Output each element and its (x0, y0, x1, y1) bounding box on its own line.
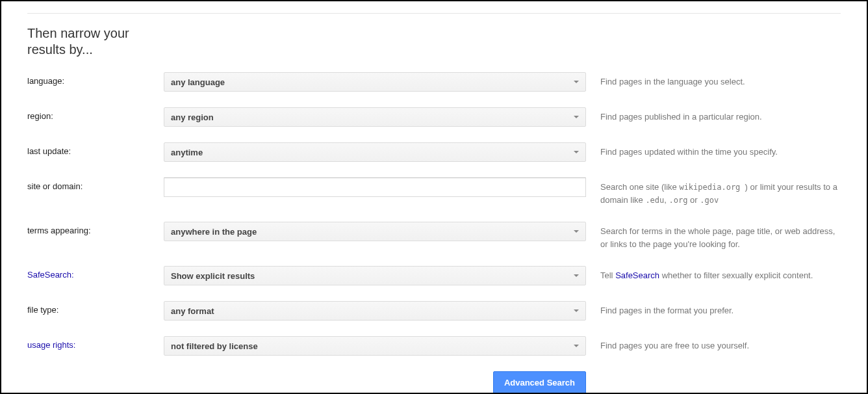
label-language: language: (27, 72, 164, 86)
desc-site-text: , (664, 195, 669, 205)
chevron-down-icon (574, 116, 579, 118)
row-file-type: file type: any format Find pages in the … (27, 301, 841, 321)
usage-rights-label-link[interactable]: usage rights: (27, 340, 75, 350)
dropdown-usage-rights-value: not filtered by license (171, 341, 258, 351)
advanced-search-button[interactable]: Advanced Search (493, 371, 586, 394)
chevron-down-icon (574, 345, 579, 347)
dropdown-language[interactable]: any language (164, 72, 586, 92)
desc-site-text: or (687, 195, 700, 205)
desc-site-code: .org (669, 196, 688, 205)
desc-site-domain: Search one site (like wikipedia.org ) or… (600, 177, 841, 206)
safesearch-label-link[interactable]: SafeSearch: (27, 270, 74, 280)
desc-safesearch-text: whether to filter sexually explicit cont… (659, 270, 813, 280)
dropdown-region-value: any region (171, 112, 214, 122)
label-usage-rights: usage rights: (27, 336, 164, 350)
dropdown-last-update-value: anytime (171, 148, 203, 157)
row-terms-appearing: terms appearing: anywhere in the page Se… (27, 222, 841, 250)
desc-language: Find pages in the language you select. (600, 72, 841, 88)
label-last-update: last update: (27, 142, 164, 156)
chevron-down-icon (574, 151, 579, 153)
label-terms-appearing: terms appearing: (27, 222, 164, 235)
desc-safesearch: Tell SafeSearch whether to filter sexual… (600, 266, 841, 282)
row-region: region: any region Find pages published … (27, 107, 841, 127)
dropdown-language-value: any language (171, 77, 225, 87)
desc-site-code: .gov (700, 196, 719, 205)
label-safesearch: SafeSearch: (27, 266, 164, 280)
section-title: Then narrow your results by... (27, 25, 144, 58)
dropdown-terms-appearing[interactable]: anywhere in the page (164, 222, 586, 241)
row-usage-rights: usage rights: not filtered by license Fi… (27, 336, 841, 356)
dropdown-region[interactable]: any region (164, 107, 586, 127)
dropdown-safesearch[interactable]: Show explicit results (164, 266, 586, 285)
dropdown-file-type-value: any format (171, 306, 214, 316)
desc-site-code: .edu (645, 196, 664, 205)
input-site-domain[interactable] (164, 177, 586, 197)
row-site-domain: site or domain: Search one site (like wi… (27, 177, 841, 206)
label-site-domain: site or domain: (27, 177, 164, 191)
dropdown-terms-value: anywhere in the page (171, 227, 257, 237)
desc-last-update: Find pages updated within the time you s… (600, 142, 841, 159)
dropdown-last-update[interactable]: anytime (164, 142, 586, 162)
desc-safesearch-text: Tell (600, 270, 615, 280)
desc-site-code: wikipedia.org (679, 183, 745, 192)
dropdown-safesearch-value: Show explicit results (171, 271, 255, 281)
label-file-type: file type: (27, 301, 164, 315)
row-last-update: last update: anytime Find pages updated … (27, 142, 841, 162)
chevron-down-icon (574, 81, 579, 83)
desc-region: Find pages published in a particular reg… (600, 107, 841, 124)
desc-terms-appearing: Search for terms in the whole page, page… (600, 222, 841, 250)
dropdown-file-type[interactable]: any format (164, 301, 586, 321)
desc-usage-rights: Find pages you are free to use yourself. (600, 336, 841, 352)
row-safesearch: SafeSearch: Show explicit results Tell S… (27, 266, 841, 285)
desc-site-text: Search one site (like (600, 182, 679, 192)
dropdown-usage-rights[interactable]: not filtered by license (164, 336, 586, 356)
label-region: region: (27, 107, 164, 121)
desc-file-type: Find pages in the format you prefer. (600, 301, 841, 317)
chevron-down-icon (574, 274, 579, 277)
top-divider (27, 13, 841, 14)
chevron-down-icon (574, 230, 579, 233)
row-language: language: any language Find pages in the… (27, 72, 841, 92)
chevron-down-icon (574, 309, 579, 312)
submit-row: Advanced Search (27, 371, 841, 394)
safesearch-desc-link[interactable]: SafeSearch (615, 270, 659, 280)
